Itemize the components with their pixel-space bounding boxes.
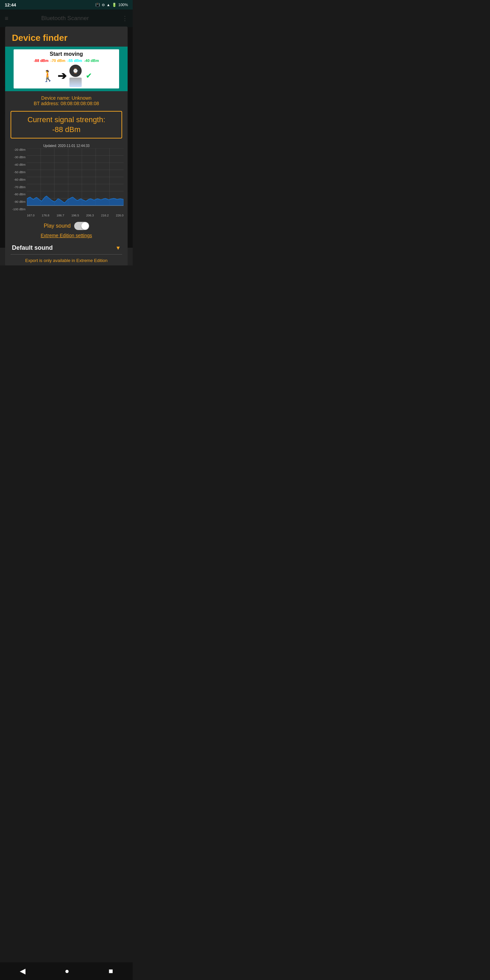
ylabel-9: -100 dBm (9, 208, 27, 211)
device-name: Device name: Unknown (11, 95, 122, 101)
signal-level-1: -88 dBm (34, 59, 48, 63)
device-screen-icon (69, 78, 82, 87)
sound-dropdown[interactable]: Default sound ▼ (11, 242, 122, 255)
chart-svg (27, 148, 124, 213)
status-icons: 📳 ⊖ ▲ 🔋 100% (95, 3, 128, 7)
dropdown-arrow-icon: ▼ (115, 245, 121, 251)
arrow-icon: ➔ (57, 69, 67, 82)
device-finder-dialog: Device finder Start moving -88 dBm -70 d… (5, 27, 127, 266)
signal-level-4: -40 dBm (84, 59, 99, 63)
sound-dropdown-label: Default sound (12, 244, 53, 251)
instruction-banner: Start moving -88 dBm -70 dBm -55 dBm -40… (5, 47, 127, 91)
chart-xaxis: 167.0 176.8 186.7 196.5 206.3 216.2 226.… (27, 213, 124, 217)
instruction-signals: -88 dBm -70 dBm -55 dBm -40 dBm (34, 59, 99, 63)
device-watch-icon: ⌚ (69, 65, 82, 77)
xlabel-2: 176.8 (42, 214, 50, 217)
signal-chart: Updated: 2020-11-01 12:44:33 -20 dBm -30… (9, 144, 124, 217)
signal-strength-box: Current signal strength: -88 dBm (11, 111, 122, 138)
play-sound-label: Play sound (43, 223, 70, 229)
xlabel-7: 226.0 (116, 214, 124, 217)
stick-figure-icon: 🚶 (41, 69, 55, 82)
status-time: 12:44 (5, 2, 16, 8)
battery-level: 100% (118, 3, 128, 7)
signal-level-2: -70 dBm (51, 59, 65, 63)
instruction-row: 🚶 ➔ ⌚ ✔ (41, 65, 92, 87)
chart-updated-label: Updated: 2020-11-01 12:44:33 (9, 144, 124, 148)
ylabel-8: -90 dBm (9, 200, 27, 204)
xlabel-6: 216.2 (101, 214, 109, 217)
instruction-title: Start moving (50, 51, 83, 57)
target-device: ⌚ (69, 65, 82, 87)
export-notice: Export is only available in Extreme Edit… (5, 256, 127, 266)
dialog-title: Device finder (5, 27, 127, 47)
svg-marker-15 (27, 196, 124, 205)
vibrate-icon: 📳 (95, 3, 100, 7)
signal-level-3: -55 dBm (67, 59, 82, 63)
wifi-icon: ▲ (107, 3, 110, 7)
device-info: Device name: Unknown BT address: 08:08:0… (5, 91, 127, 108)
battery-icon: 🔋 (112, 3, 117, 7)
dialog-overlay: Device finder Start moving -88 dBm -70 d… (0, 10, 133, 248)
instruction-image: Start moving -88 dBm -70 dBm -55 dBm -40… (14, 49, 119, 89)
play-sound-row: Play sound (5, 218, 127, 231)
chart-wrap: -20 dBm -30 dBm -40 dBm -50 dBm -60 dBm … (9, 148, 124, 217)
play-sound-toggle[interactable] (74, 222, 89, 230)
ylabel-4: -50 dBm (9, 171, 27, 174)
status-bar: 12:44 📳 ⊖ ▲ 🔋 100% (0, 0, 133, 10)
toggle-knob (81, 222, 89, 230)
ylabel-5: -60 dBm (9, 178, 27, 181)
signal-strength-label: Current signal strength: -88 dBm (14, 115, 118, 134)
ylabel-2: -30 dBm (9, 156, 27, 159)
ylabel-1: -20 dBm (9, 148, 27, 151)
xlabel-3: 186.7 (56, 214, 64, 217)
ylabel-3: -40 dBm (9, 163, 27, 166)
dnd-icon: ⊖ (102, 3, 105, 7)
chart-main: 167.0 176.8 186.7 196.5 206.3 216.2 226.… (27, 148, 124, 217)
checkmark-icon: ✔ (86, 72, 92, 80)
xlabel-1: 167.0 (27, 214, 35, 217)
xlabel-4: 196.5 (72, 214, 79, 217)
xlabel-5: 206.3 (86, 214, 94, 217)
chart-yaxis: -20 dBm -30 dBm -40 dBm -50 dBm -60 dBm … (9, 148, 27, 217)
device-address: BT address: 08:08:08:08:08:08 (11, 101, 122, 106)
extreme-edition-link[interactable]: Extreme Edition settings (5, 231, 127, 240)
ylabel-6: -70 dBm (9, 186, 27, 189)
ylabel-7: -80 dBm (9, 193, 27, 196)
